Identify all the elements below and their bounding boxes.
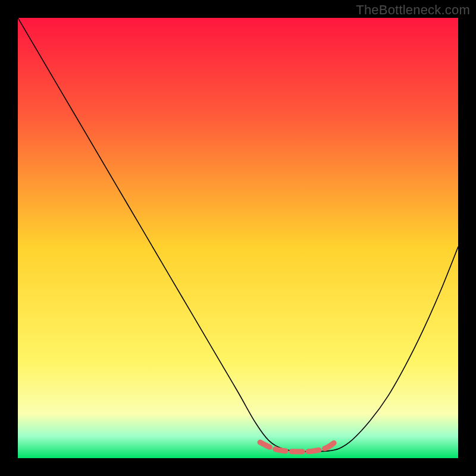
chart-svg — [18, 18, 458, 458]
watermark-text: TheBottleneck.com — [356, 2, 470, 18]
chart-frame: TheBottleneck.com — [0, 0, 476, 476]
plot-area — [18, 18, 458, 458]
